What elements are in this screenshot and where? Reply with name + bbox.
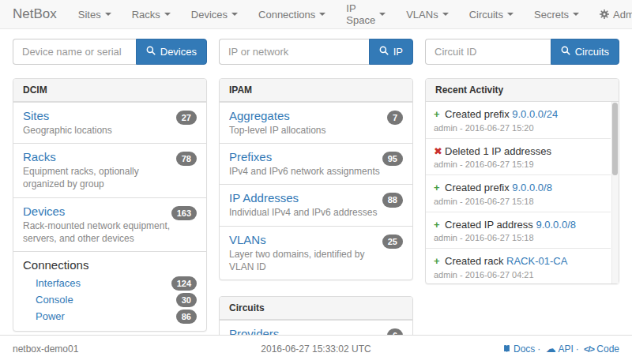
code-link[interactable]: </> Code [584, 343, 619, 355]
interfaces-link[interactable]: Interfaces [36, 277, 81, 289]
interfaces-count-badge: 124 [171, 276, 197, 291]
docs-link[interactable]: Docs [502, 343, 536, 355]
activity-action: Created IP address [445, 219, 533, 231]
activity-meta: admin - 2016-06-27 15:18 [434, 233, 608, 242]
activity-row: +Created IP address 9.0.0.0/8 admin - 20… [426, 212, 611, 249]
list-item-sites: 27 Sites Geographic locations [13, 102, 206, 143]
recent-activity-scroll-area[interactable]: +Created prefix 9.0.0.0/24 admin - 2016-… [426, 102, 619, 283]
devices-count-badge: 163 [171, 206, 197, 220]
device-search-button-label: Devices [160, 46, 197, 58]
nav-item-vlans[interactable]: VLANs [396, 0, 458, 28]
chevron-down-icon [105, 13, 111, 16]
circuits-panel-title: Circuits [220, 297, 412, 320]
racks-description: Equipment racks, optionally organized by… [23, 165, 197, 190]
activity-row: +Created prefix 9.0.0.0/24 admin - 2016-… [426, 102, 611, 138]
footer-separator: · [576, 343, 579, 355]
remove-icon: ✖ [434, 144, 445, 159]
nav-item-connections[interactable]: Connections [248, 0, 336, 28]
chevron-down-icon [442, 13, 449, 16]
search-icon [379, 46, 389, 58]
search-row: Devices IP Circuits [13, 39, 619, 65]
nav-item-label: VLANs [406, 9, 438, 21]
nav-item-circuits[interactable]: Circuits [459, 0, 524, 28]
aggregates-link[interactable]: Aggregates [229, 109, 290, 122]
api-label: API [558, 343, 573, 355]
ip-search-group: IP [219, 39, 413, 65]
nav-item-label: Connections [258, 9, 315, 21]
prefixes-link[interactable]: Prefixes [229, 150, 272, 163]
circuit-search-group: Circuits [425, 39, 619, 65]
netbox-brand[interactable]: NetBox [0, 0, 68, 28]
footer: netbox-demo01 2016-06-27 15:33:02 UTC Do… [0, 335, 632, 364]
nav-item-sites[interactable]: Sites [68, 0, 122, 28]
devices-link[interactable]: Devices [23, 205, 65, 218]
scrollbar-thumb[interactable] [612, 103, 618, 175]
circuit-search-button[interactable]: Circuits [551, 39, 619, 65]
plus-icon: + [434, 254, 445, 268]
footer-hostname: netbox-demo01 [13, 343, 215, 355]
list-item-connections: Connections 124 Interfaces 30 Console 86… [13, 251, 206, 331]
book-icon [502, 343, 511, 355]
aggregates-description: Top-level IP allocations [229, 124, 403, 137]
sites-count-badge: 27 [176, 111, 197, 125]
ip-addresses-link[interactable]: IP Addresses [229, 191, 299, 205]
ip-search-button[interactable]: IP [369, 39, 413, 65]
admin-label: Admin [613, 9, 632, 21]
vlans-description: Layer two domains, identified by VLAN ID [229, 248, 403, 273]
activity-meta: admin - 2016-06-27 04:21 [434, 270, 608, 280]
ip-search-input[interactable] [219, 39, 369, 65]
search-icon [561, 46, 570, 58]
ip-addresses-count-badge: 88 [382, 193, 403, 207]
nav-item-label: Circuits [469, 9, 503, 21]
power-link[interactable]: Power [36, 310, 65, 322]
scrollbar[interactable] [611, 102, 619, 283]
ip-search-button-label: IP [393, 46, 403, 58]
nav-item-ip-space[interactable]: IP Space [336, 0, 396, 28]
admin-link[interactable]: Admin [589, 0, 632, 28]
device-search-button[interactable]: Devices [136, 39, 207, 65]
prefixes-description: IPv4 and IPv6 network assignments [229, 165, 403, 178]
racks-link[interactable]: Racks [23, 150, 56, 163]
dcim-panel-title: DCIM [13, 79, 206, 102]
sites-link[interactable]: Sites [23, 109, 49, 122]
cloud-icon: ☁ [546, 343, 556, 355]
activity-object-link[interactable]: 9.0.0.0/8 [512, 182, 552, 193]
nav-item-devices[interactable]: Devices [181, 0, 248, 28]
vlans-link[interactable]: VLANs [229, 233, 266, 246]
device-search-input[interactable] [13, 39, 136, 65]
chevron-down-icon [379, 13, 386, 16]
aggregates-count-badge: 7 [387, 111, 403, 125]
devices-description: Rack-mounted network equipment, servers,… [23, 220, 197, 245]
nav-item-label: Racks [132, 9, 160, 21]
nav-item-secrets[interactable]: Secrets [524, 0, 589, 28]
list-item-vlans: 25 VLANs Layer two domains, identified b… [220, 226, 412, 280]
navbar-menu: Sites Racks Devices Connections IP Space… [68, 0, 589, 28]
navbar-right: Admin Profile Log out [589, 0, 632, 28]
activity-row: +Created rack RACK-01-CA admin - 2016-06… [426, 248, 611, 283]
nav-item-racks[interactable]: Racks [122, 0, 181, 28]
api-link[interactable]: ☁ API [546, 343, 574, 355]
connections-title: Connections [23, 258, 197, 272]
list-item-racks: 78 Racks Equipment racks, optionally org… [13, 143, 206, 197]
list-item-devices: 163 Devices Rack-mounted network equipme… [13, 197, 206, 251]
activity-row: ✖Deleted 1 IP addresses admin - 2016-06-… [426, 138, 611, 175]
footer-links: Docs· ☁ API· </> Code [417, 343, 619, 355]
nav-item-label: Secrets [534, 9, 569, 21]
nav-item-label: Sites [78, 9, 101, 21]
ipam-panel: IPAM 7 Aggregates Top-level IP allocatio… [219, 78, 413, 280]
chevron-down-icon [319, 13, 325, 16]
activity-object-link[interactable]: 9.0.0.0/8 [536, 219, 576, 231]
ipam-panel-title: IPAM [220, 79, 412, 102]
vlans-count-badge: 25 [382, 235, 403, 249]
console-count-badge: 30 [176, 293, 197, 307]
activity-action: Created rack [445, 255, 503, 267]
activity-object-link[interactable]: RACK-01-CA [506, 255, 567, 267]
dcim-panel: DCIM 27 Sites Geographic locations 78 Ra… [13, 78, 207, 332]
console-link[interactable]: Console [36, 294, 73, 306]
activity-action: Created prefix [445, 108, 510, 120]
connections-row-console: 30 Console [23, 291, 197, 308]
recent-activity-panel: Recent Activity +Created prefix 9.0.0.0/… [425, 78, 619, 284]
circuit-search-input[interactable] [425, 39, 551, 65]
activity-object-link[interactable]: 9.0.0.0/24 [512, 108, 558, 120]
search-icon [146, 46, 156, 58]
